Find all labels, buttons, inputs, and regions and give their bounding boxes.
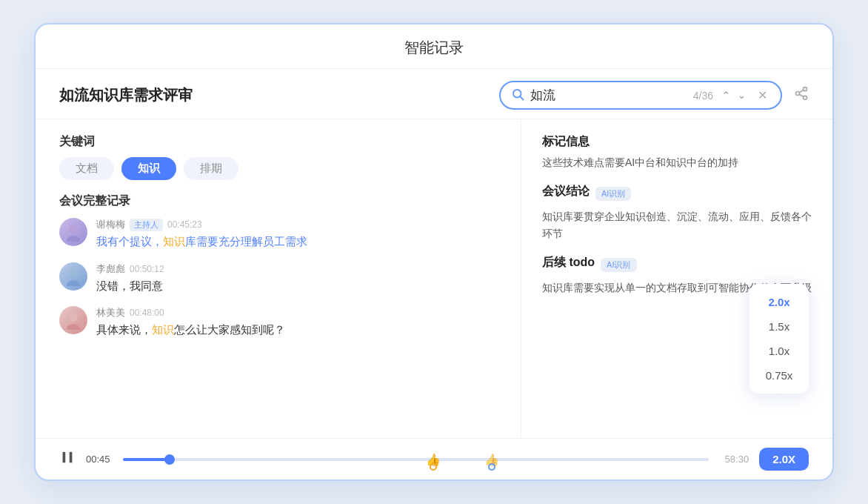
transcript-text[interactable]: 我有个提议，知识库需要充分理解员工需求 [96,233,503,251]
current-time: 00:45 [86,454,113,465]
speaker-name: 李彪彪 [96,262,125,276]
total-time: 58:30 [719,454,749,465]
app-window: 智能记录 如流知识库需求评审 4/36 ⌃ ⌄ ✕ [34,23,834,481]
avatar [59,306,87,334]
host-badge: 主持人 [130,219,163,231]
transcript-text[interactable]: 具体来说，知识怎么让大家感知到呢？ [96,322,503,339]
conclusion-section: 会议结论 AI识别 知识库要贯穿企业知识创造、沉淀、流动、应用、反馈各个环节 [542,184,812,242]
speed-option-1-5x[interactable]: 1.5x [750,314,809,339]
svg-rect-14 [70,452,73,463]
app-title: 智能记录 [404,39,464,56]
search-icon [511,87,524,104]
svg-line-5 [799,94,804,96]
pause-button[interactable] [59,449,76,469]
transcript-text[interactable]: 没错，我同意 [96,278,503,295]
keywords-label: 关键词 [59,134,503,150]
player-bar: 00:45 👍 👍 58:30 2.0X [36,438,832,480]
left-panel: 关键词 文档 知识 排期 会议完整记录 [36,119,521,438]
avatar [59,262,87,291]
speed-option-2x[interactable]: 2.0x [750,290,809,314]
transcript-title: 会议完整记录 [59,193,503,209]
tab-knowledge[interactable]: 知识 [121,157,176,180]
speaker-name: 林美美 [96,306,125,319]
search-next-button[interactable]: ⌄ [735,88,749,102]
svg-point-9 [70,269,77,278]
svg-point-8 [67,236,80,242]
header-row: 如流知识库需求评审 4/36 ⌃ ⌄ ✕ [36,69,832,119]
timestamp: 00:48:00 [130,308,164,318]
speed-option-1x[interactable]: 1.0x [750,339,809,363]
transcript-meta: 林美美 00:48:00 [96,306,503,319]
main-content: 关键词 文档 知识 排期 会议完整记录 [36,119,832,438]
ai-badge-todo: AI识别 [601,258,636,272]
title-bar: 智能记录 [36,24,832,69]
right-panel: 标记信息 这些技术难点需要AI中台和知识中台的加持 会议结论 AI识别 知识库要… [521,119,832,438]
tab-docs[interactable]: 文档 [59,157,114,180]
list-item: 李彪彪 00:50:12 没错，我同意 [59,262,503,295]
svg-rect-13 [63,452,66,463]
transcript-meta: 李彪彪 00:50:12 [96,262,503,276]
conclusion-text: 知识库要贯穿企业知识创造、沉淀、流动、应用、反馈各个环节 [542,208,812,242]
search-input[interactable] [530,88,687,103]
speaker-name: 谢梅梅 [96,218,125,231]
progress-track[interactable]: 👍 👍 [123,458,709,461]
marker-info-section: 标记信息 这些技术难点需要AI中台和知识中台的加持 [542,134,812,170]
meeting-title: 如流知识库需求评审 [59,85,193,105]
speed-dropdown: 2.0x 1.5x 1.0x 0.75x [750,284,809,394]
highlight-word: 知识 [163,235,185,248]
progress-thumb[interactable] [164,454,175,465]
search-close-button[interactable]: ✕ [755,87,770,104]
list-item: 林美美 00:48:00 具体来说，知识怎么让大家感知到呢？ [59,306,503,339]
search-count: 4/36 [693,90,713,102]
conclusion-header: 会议结论 AI识别 [542,184,812,204]
speed-button[interactable]: 2.0X [759,448,809,471]
search-prev-button[interactable]: ⌃ [719,88,733,102]
list-item: 谢梅梅 主持人 00:45:23 我有个提议，知识库需要充分理解员工需求 [59,218,503,251]
progress-marker-1[interactable] [430,463,437,471]
todo-header: 后续 todo AI识别 [542,255,812,275]
speed-option-0-75x[interactable]: 0.75x [750,363,809,388]
transcript-body: 谢梅梅 主持人 00:45:23 我有个提议，知识库需要充分理解员工需求 [96,218,503,251]
keyword-tabs: 文档 知识 排期 [59,157,503,180]
transcript-meta: 谢梅梅 主持人 00:45:23 [96,218,503,231]
search-nav-btns: ⌃ ⌄ [719,88,749,102]
progress-marker-2[interactable] [488,463,495,471]
transcript-body: 林美美 00:48:00 具体来说，知识怎么让大家感知到呢？ [96,306,503,339]
progress-fill [123,458,170,461]
svg-point-7 [70,225,77,233]
svg-point-11 [70,313,77,322]
progress-container[interactable]: 👍 👍 [123,451,709,468]
transcript-list: 谢梅梅 主持人 00:45:23 我有个提议，知识库需要充分理解员工需求 [59,218,503,438]
ai-badge: AI识别 [595,187,631,201]
avatar [59,218,87,246]
share-button[interactable] [794,86,809,105]
highlight-word: 知识 [152,323,174,336]
marker-info-title: 标记信息 [542,134,812,150]
tab-schedule[interactable]: 排期 [184,157,238,180]
svg-point-10 [67,280,80,286]
svg-line-1 [520,96,523,99]
transcript-body: 李彪彪 00:50:12 没错，我同意 [96,262,503,295]
timestamp: 00:50:12 [130,264,164,274]
marker-info-text: 这些技术难点需要AI中台和知识中台的加持 [542,154,812,170]
timestamp: 00:45:23 [167,219,202,230]
conclusion-title: 会议结论 [542,184,590,199]
todo-title: 后续 todo [542,255,595,271]
svg-line-6 [799,90,804,92]
search-bar: 4/36 ⌃ ⌄ ✕ [499,81,782,110]
svg-point-12 [67,324,80,330]
